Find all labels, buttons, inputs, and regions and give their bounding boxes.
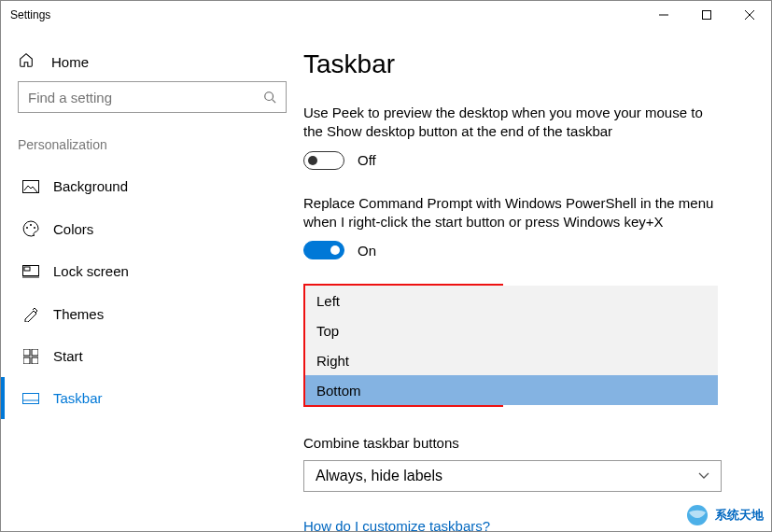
svg-point-9: [34, 227, 35, 229]
svg-rect-11: [24, 267, 30, 271]
sidebar-item-start[interactable]: Start: [1, 335, 303, 377]
sidebar-item-lock-screen[interactable]: Lock screen: [1, 250, 303, 292]
svg-line-5: [273, 100, 276, 104]
settings-window: Settings Home: [0, 0, 772, 532]
peek-toggle[interactable]: [303, 151, 344, 170]
peek-setting: Use Peek to preview the desktop when you…: [303, 104, 723, 170]
home-button[interactable]: Home: [1, 42, 303, 81]
dropdown-option-left[interactable]: Left: [305, 286, 718, 315]
watermark-icon: [685, 503, 709, 527]
sidebar-item-label: Lock screen: [53, 263, 129, 279]
svg-rect-16: [32, 357, 38, 364]
watermark-text: 系统天地: [715, 507, 764, 524]
customize-link[interactable]: How do I customize taskbars?: [303, 518, 723, 531]
sidebar-item-colors[interactable]: Colors: [1, 207, 303, 250]
taskbar-location-dropdown[interactable]: Left Top Right Bottom: [303, 284, 503, 407]
sidebar-item-label: Start: [53, 348, 83, 364]
dropdown-option-bottom[interactable]: Bottom: [305, 375, 718, 405]
home-icon: [18, 51, 40, 72]
lock-screen-icon: [21, 265, 40, 278]
svg-rect-17: [23, 393, 39, 403]
section-title: Personalization: [1, 132, 303, 165]
sidebar-item-label: Taskbar: [53, 390, 103, 406]
combine-value: Always, hide labels: [316, 468, 442, 484]
svg-rect-1: [703, 11, 711, 20]
sidebar-item-themes[interactable]: Themes: [1, 292, 303, 335]
peek-toggle-label: Off: [358, 152, 376, 168]
sidebar-item-label: Themes: [53, 306, 104, 322]
minimize-button[interactable]: [642, 1, 685, 29]
svg-rect-14: [32, 349, 38, 356]
window-title: Settings: [10, 8, 50, 21]
titlebar: Settings: [1, 1, 771, 29]
content: Taskbar Use Peek to preview the desktop …: [303, 29, 771, 531]
home-label: Home: [51, 54, 89, 70]
taskbar-icon: [21, 393, 40, 404]
sidebar-item-label: Colors: [53, 221, 93, 237]
close-icon: [745, 10, 754, 20]
powershell-description: Replace Command Prompt with Windows Powe…: [303, 194, 714, 232]
combine-label: Combine taskbar buttons: [303, 435, 723, 451]
sidebar-item-background[interactable]: Background: [1, 165, 303, 207]
svg-point-4: [265, 92, 274, 101]
page-title: Taskbar: [303, 49, 723, 79]
svg-rect-15: [23, 357, 30, 364]
background-icon: [21, 180, 40, 193]
sidebar: Home Personalization Background: [1, 29, 303, 531]
search-box[interactable]: [18, 81, 287, 113]
colors-icon: [21, 220, 40, 237]
peek-description: Use Peek to preview the desktop when you…: [303, 104, 714, 142]
maximize-icon: [702, 10, 711, 20]
chevron-down-icon: [698, 469, 709, 483]
dropdown-option-right[interactable]: Right: [305, 345, 718, 375]
powershell-toggle[interactable]: [303, 241, 344, 259]
maximize-button[interactable]: [685, 1, 728, 29]
powershell-setting: Replace Command Prompt with Windows Powe…: [303, 194, 723, 260]
svg-point-8: [30, 224, 32, 226]
close-button[interactable]: [728, 1, 771, 29]
sidebar-item-label: Background: [53, 178, 128, 194]
dropdown-option-top[interactable]: Top: [305, 315, 718, 345]
watermark: 系统天地: [685, 503, 764, 527]
minimize-icon: [659, 10, 668, 20]
svg-rect-13: [23, 349, 30, 356]
search-input[interactable]: [28, 90, 263, 105]
combine-dropdown[interactable]: Always, hide labels: [303, 460, 722, 492]
start-icon: [21, 349, 40, 364]
powershell-toggle-label: On: [358, 243, 376, 259]
svg-point-7: [26, 227, 28, 229]
themes-icon: [21, 305, 40, 322]
search-icon: [263, 91, 276, 104]
sidebar-item-taskbar[interactable]: Taskbar: [1, 377, 303, 419]
